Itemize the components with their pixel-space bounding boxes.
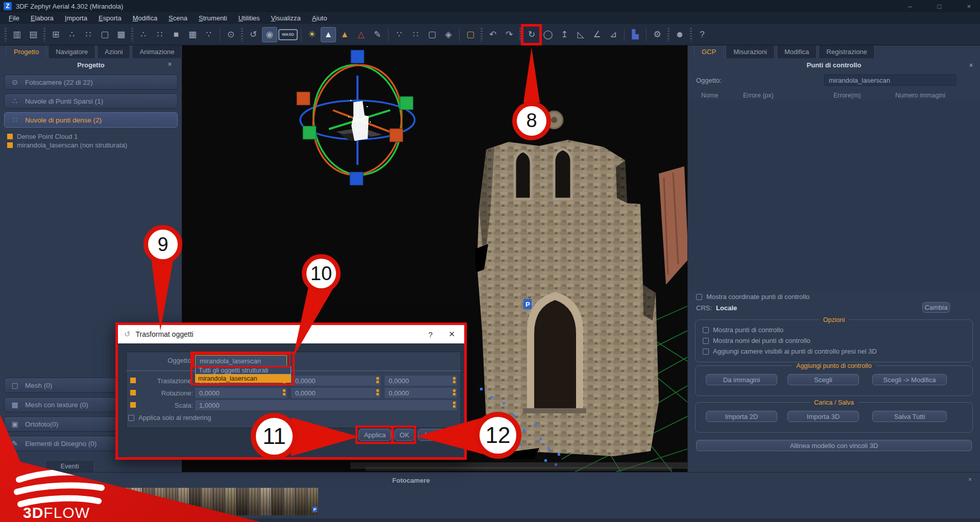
tab-progetto[interactable]: Progetto xyxy=(6,45,46,58)
show-names-row[interactable]: Mostra nomi dei punti di controllo xyxy=(703,337,810,344)
menu-aiuto[interactable]: Aiuto xyxy=(306,13,333,23)
checkbox-icon[interactable] xyxy=(703,338,709,344)
select-mesh-icon[interactable]: ▢ xyxy=(424,27,440,42)
close-panel-icon[interactable]: × xyxy=(968,477,972,483)
checkbox-icon[interactable] xyxy=(703,327,709,333)
column-header-nome[interactable]: Nome xyxy=(701,92,718,99)
cambia-button[interactable]: Cambia xyxy=(922,302,950,313)
show-control-points-row[interactable]: Mostra punti di controllo xyxy=(703,326,783,334)
camera-thumbnail[interactable] xyxy=(260,488,271,515)
select-sparse-icon[interactable]: ∵ xyxy=(392,27,407,42)
checkbox-icon[interactable] xyxy=(703,349,709,355)
spinner-icon[interactable] xyxy=(452,377,456,384)
column-header-errore-px[interactable]: Errore (px) xyxy=(743,92,774,99)
rotazione-z-field[interactable]: 0,0000 xyxy=(385,388,457,398)
column-header-numero-immagini[interactable]: Numero immagini xyxy=(895,92,945,99)
wrench-icon[interactable]: ⚙ xyxy=(650,27,665,42)
menu-strumenti[interactable]: Strumenti xyxy=(193,13,233,23)
maximize-button[interactable]: □ xyxy=(938,3,942,10)
dialog-close-button[interactable]: ✕ xyxy=(448,330,455,339)
camera-thumbnail[interactable] xyxy=(225,488,236,515)
camera-thumbnail[interactable] xyxy=(248,488,259,515)
traslazione-y-field[interactable]: 0,0000 xyxy=(291,376,380,386)
mesh-visibility-icon[interactable]: ■ xyxy=(169,27,184,42)
render-points-icon[interactable]: ▲ xyxy=(321,27,336,42)
axes-tool-icon[interactable]: ∠ xyxy=(589,27,605,42)
spinner-icon[interactable] xyxy=(452,389,456,396)
toolbar-drag-handle[interactable] xyxy=(131,28,133,41)
menu-utilities[interactable]: Utilities xyxy=(233,13,266,23)
object-select[interactable]: mirandola_laserscan xyxy=(824,74,956,86)
importa-3d-button[interactable]: Importa 3D xyxy=(787,411,859,422)
help-icon[interactable]: ? xyxy=(695,27,710,42)
menu-elabora[interactable]: Elabora xyxy=(25,13,59,23)
menu-file[interactable]: File xyxy=(3,13,25,23)
traslazione-z-field[interactable]: 0,0000 xyxy=(385,376,457,386)
salva-tutti-button[interactable]: Salva Tutti xyxy=(872,411,947,422)
select-dense-icon[interactable]: ∷ xyxy=(408,27,423,42)
menu-visualizza[interactable]: Visualizza xyxy=(266,13,306,23)
importa-2d-button[interactable]: Importa 2D xyxy=(706,411,777,422)
tab-modifica[interactable]: Modifica xyxy=(777,45,817,58)
spinner-icon[interactable] xyxy=(376,389,379,396)
new-textured-mesh-icon[interactable]: ▩ xyxy=(113,27,129,42)
paint-brush-icon[interactable]: ✎ xyxy=(370,27,385,42)
menu-importa[interactable]: Importa xyxy=(59,13,93,23)
toolbar-drag-handle[interactable] xyxy=(667,28,670,41)
dense-visibility-icon[interactable]: ∷ xyxy=(152,27,168,42)
dense-clouds-group-button[interactable]: ∷ Nuvole di punti dense (2) xyxy=(4,112,178,128)
close-panel-icon[interactable]: × xyxy=(168,61,172,67)
tab-gcp[interactable]: GCP xyxy=(694,45,724,58)
tab-registrazione[interactable]: Registrazione xyxy=(819,45,875,58)
align-model-button[interactable]: Allinea modello con vincoli 3D xyxy=(696,440,972,451)
toolbar-drag-handle[interactable] xyxy=(43,28,45,41)
toolbar-drag-handle[interactable] xyxy=(690,28,692,41)
ruler-icon[interactable]: ⊿ xyxy=(606,27,621,42)
checkbox-icon[interactable] xyxy=(128,415,134,421)
toolbar-drag-handle[interactable] xyxy=(481,28,483,41)
bounding-box-icon[interactable]: ▢ xyxy=(463,27,478,42)
new-dense-cloud-icon[interactable]: ∷ xyxy=(81,27,96,42)
spinner-icon[interactable] xyxy=(376,377,379,384)
transform-gizmo[interactable] xyxy=(297,50,415,185)
scala-field[interactable]: 1,0000 xyxy=(195,400,457,410)
column-header-errore-m[interactable]: Errore(m) xyxy=(833,92,861,99)
minimize-button[interactable]: – xyxy=(908,3,912,10)
spinner-icon[interactable] xyxy=(452,402,456,409)
undo-icon[interactable]: ↶ xyxy=(485,27,500,42)
menu-modifica[interactable]: Modifica xyxy=(127,13,163,23)
tab-animazione[interactable]: Animazione xyxy=(132,45,182,58)
close-button[interactable]: × xyxy=(967,3,971,10)
tab-azioni[interactable]: Azioni xyxy=(97,45,130,58)
toolbar-drag-handle[interactable] xyxy=(241,28,243,41)
render-shaded-icon[interactable]: ▲ xyxy=(337,27,352,42)
scale-pole-icon[interactable]: ↥ xyxy=(557,27,572,42)
toolbar-drag-handle[interactable] xyxy=(5,28,7,41)
dialog-help-button[interactable]: ? xyxy=(428,330,433,339)
save-project-icon[interactable]: ▤ xyxy=(26,27,41,42)
photos-board-icon[interactable]: ⊞ xyxy=(48,27,63,42)
lighting-icon[interactable]: ☀ xyxy=(304,27,320,42)
open-project-icon[interactable]: ▥ xyxy=(9,27,25,42)
render-wireframe-icon[interactable]: △ xyxy=(353,27,369,42)
rotazione-x-field[interactable]: 0,0000 xyxy=(195,388,287,398)
rotate-view-icon[interactable]: ↺ xyxy=(246,27,261,42)
sparse-visibility-icon[interactable]: ∴ xyxy=(136,27,151,42)
tree-item-dense-cloud[interactable]: Dense Point Cloud 1 xyxy=(7,133,78,140)
transform-object-icon[interactable]: ↻8 xyxy=(524,27,539,42)
control-points-table[interactable] xyxy=(688,100,980,291)
menu-scena[interactable]: Scena xyxy=(163,13,193,23)
apply-rendering-row[interactable]: Applica solo al rendering xyxy=(128,414,211,421)
camera-thumbnail[interactable] xyxy=(272,488,283,515)
scatter-points-icon[interactable]: ∵ xyxy=(201,27,217,42)
add-visible-cameras-row[interactable]: Aggiungi camere visibili ai punti di con… xyxy=(703,347,877,355)
rotazione-y-field[interactable]: 0,0000 xyxy=(291,388,380,398)
camera-thumbnail[interactable] xyxy=(295,488,306,515)
wasd-navigation-icon[interactable]: WASD xyxy=(278,29,298,40)
layer-color-swatch[interactable] xyxy=(7,134,13,139)
fotocamere-group-button[interactable]: ⊙ Fotocamere (22 di 22) xyxy=(4,74,178,90)
menu-esporta[interactable]: Esporta xyxy=(93,13,127,23)
circle-select-icon[interactable]: ◯ xyxy=(540,27,556,42)
redo-icon[interactable]: ↷ xyxy=(501,27,517,42)
title-bar[interactable]: Z 3DF Zephyr Aerial 4.302 (Mirandola) – … xyxy=(0,0,980,12)
